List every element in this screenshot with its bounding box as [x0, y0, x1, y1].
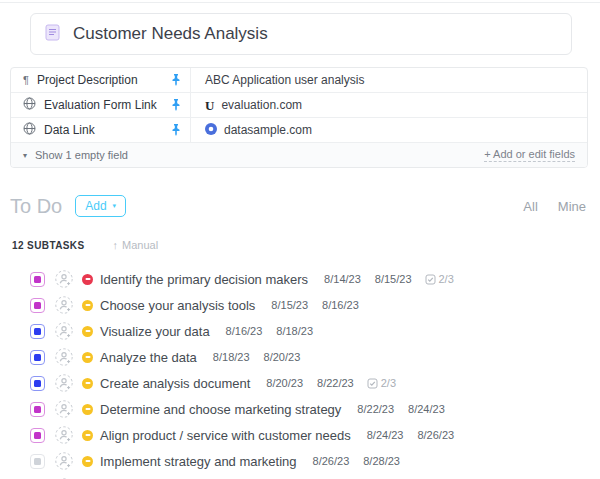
link-favicon-u: U	[205, 99, 214, 112]
field-value-text[interactable]: datasample.com	[224, 123, 312, 137]
status-icon[interactable]	[30, 350, 45, 365]
field-value-text: ABC Application user analysis	[205, 73, 364, 87]
task-name[interactable]: Create analysis document	[100, 376, 250, 391]
task-name[interactable]: Analyze the data	[100, 350, 197, 365]
priority-icon[interactable]	[82, 404, 93, 415]
link-favicon	[205, 121, 217, 139]
chevron-down-icon: ▾	[23, 151, 27, 160]
assign-user-icon[interactable]	[55, 426, 73, 444]
status-icon[interactable]	[30, 428, 45, 443]
field-row-project-description: ¶ Project Description ABC Application us…	[11, 68, 587, 93]
assign-user-icon[interactable]	[55, 322, 73, 340]
sort-label: Manual	[122, 239, 158, 251]
filter-all[interactable]: All	[523, 199, 537, 214]
filter-mine[interactable]: Mine	[558, 199, 586, 214]
priority-icon[interactable]	[82, 326, 93, 337]
task-row[interactable]: Visualize your data 8/16/23 8/18/23	[30, 318, 600, 344]
task-name[interactable]: Determine and choose marketing strategy	[100, 402, 341, 417]
assign-user-icon[interactable]	[55, 374, 73, 392]
due-date[interactable]: 8/26/23	[417, 429, 454, 441]
document-title-box[interactable]: Customer Needs Analysis	[30, 13, 572, 55]
field-row-evaluation-form-link: Evaluation Form Link U evaluation.com	[11, 93, 587, 118]
fields-footer: ▾ Show 1 empty field + Add or edit field…	[11, 143, 587, 167]
checklist-count: 2/3	[381, 377, 396, 389]
assign-user-icon[interactable]	[55, 296, 73, 314]
start-date[interactable]: 8/24/23	[367, 429, 404, 441]
field-value-link[interactable]: datasample.com	[191, 118, 587, 142]
priority-icon[interactable]	[82, 456, 93, 467]
custom-fields-card: ¶ Project Description ABC Application us…	[10, 67, 588, 168]
task-row[interactable]: Analyze the data 8/18/23 8/20/23	[30, 344, 600, 370]
task-row-partial[interactable]	[30, 474, 600, 479]
task-name[interactable]: Implement strategy and marketing	[100, 454, 297, 469]
pin-icon[interactable]	[171, 124, 181, 136]
priority-icon[interactable]	[82, 378, 93, 389]
pin-icon[interactable]	[171, 74, 181, 86]
sort-control[interactable]: ↑ Manual	[113, 239, 159, 251]
field-label: Data Link	[44, 123, 95, 137]
task-name[interactable]: Identify the primary decision makers	[100, 272, 308, 287]
due-date[interactable]: 8/28/23	[363, 455, 400, 467]
task-row[interactable]: Create analysis document 8/20/23 8/22/23…	[30, 370, 600, 396]
page-title[interactable]: Customer Needs Analysis	[73, 24, 268, 44]
pin-icon[interactable]	[171, 99, 181, 111]
field-row-data-link: Data Link datasample.com	[11, 118, 587, 143]
task-name[interactable]: Choose your analysis tools	[100, 298, 255, 313]
show-empty-fields-toggle[interactable]: ▾ Show 1 empty field	[23, 149, 128, 161]
start-date[interactable]: 8/20/23	[266, 377, 303, 389]
subtask-count-label: 12 SUBTASKS	[12, 240, 85, 251]
top-divider	[0, 2, 600, 3]
text-field-icon: ¶	[23, 75, 29, 86]
task-row[interactable]: Determine and choose marketing strategy …	[30, 396, 600, 422]
start-date[interactable]: 8/16/23	[226, 325, 263, 337]
field-value[interactable]: ABC Application user analysis	[191, 68, 587, 92]
field-label: Project Description	[37, 73, 138, 87]
status-icon[interactable]	[30, 454, 45, 469]
assign-user-icon[interactable]	[55, 452, 73, 470]
task-row[interactable]: Implement strategy and marketing 8/26/23…	[30, 448, 600, 474]
field-value-text[interactable]: evaluation.com	[221, 98, 302, 112]
start-date[interactable]: 8/26/23	[313, 455, 350, 467]
field-label-cell[interactable]: ¶ Project Description	[11, 68, 191, 92]
start-date[interactable]: 8/15/23	[271, 299, 308, 311]
add-or-edit-fields-button[interactable]: + Add or edit fields	[484, 148, 575, 162]
status-icon[interactable]	[30, 272, 45, 287]
subtask-list: Identify the primary decision makers 8/1…	[30, 266, 600, 479]
field-label-cell[interactable]: Data Link	[11, 118, 191, 142]
assign-user-icon[interactable]	[55, 400, 73, 418]
priority-icon[interactable]	[82, 274, 93, 285]
add-task-button[interactable]: Add ▾	[75, 195, 126, 217]
checkbox-icon	[425, 274, 436, 285]
todo-header: To Do Add ▾ All Mine	[10, 194, 586, 218]
assign-user-icon[interactable]	[55, 270, 73, 288]
priority-icon[interactable]	[82, 300, 93, 311]
due-date[interactable]: 8/22/23	[317, 377, 354, 389]
document-icon	[45, 24, 60, 45]
task-row[interactable]: Align product / service with customer ne…	[30, 422, 600, 448]
task-row[interactable]: Choose your analysis tools 8/15/23 8/16/…	[30, 292, 600, 318]
start-date[interactable]: 8/18/23	[213, 351, 250, 363]
task-row[interactable]: Identify the primary decision makers 8/1…	[30, 266, 600, 292]
task-name[interactable]: Align product / service with customer ne…	[100, 428, 351, 443]
add-button-label: Add	[85, 199, 106, 213]
status-icon[interactable]	[30, 376, 45, 391]
due-date[interactable]: 8/24/23	[408, 403, 445, 415]
due-date[interactable]: 8/20/23	[264, 351, 301, 363]
assignee-filters: All Mine	[523, 199, 586, 214]
field-label-cell[interactable]: Evaluation Form Link	[11, 93, 191, 117]
priority-icon[interactable]	[82, 430, 93, 441]
due-date[interactable]: 8/18/23	[276, 325, 313, 337]
due-date[interactable]: 8/15/23	[375, 273, 412, 285]
start-date[interactable]: 8/22/23	[357, 403, 394, 415]
field-value-link[interactable]: U evaluation.com	[191, 93, 587, 117]
priority-icon[interactable]	[82, 352, 93, 363]
status-icon[interactable]	[30, 402, 45, 417]
assign-user-icon[interactable]	[55, 348, 73, 366]
due-date[interactable]: 8/16/23	[322, 299, 359, 311]
field-label: Evaluation Form Link	[44, 98, 157, 112]
status-icon[interactable]	[30, 324, 45, 339]
status-icon[interactable]	[30, 298, 45, 313]
task-name[interactable]: Visualize your data	[100, 324, 210, 339]
start-date[interactable]: 8/14/23	[324, 273, 361, 285]
globe-icon	[23, 121, 36, 139]
